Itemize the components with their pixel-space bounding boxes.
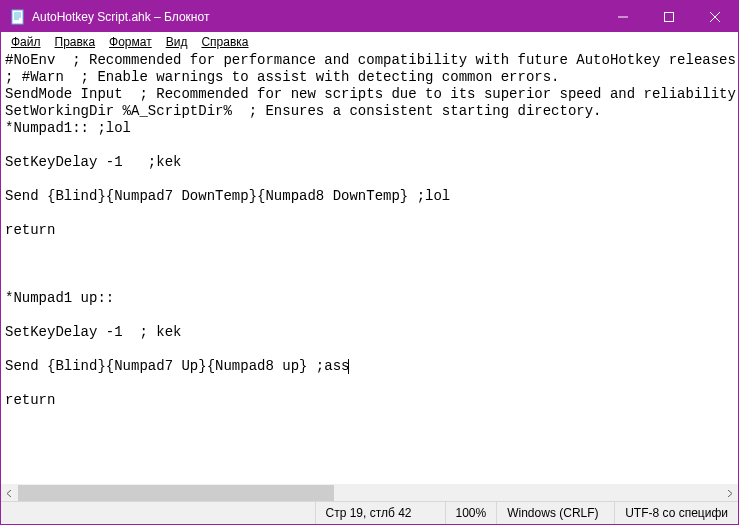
menu-help[interactable]: Справка <box>194 34 255 50</box>
window-controls <box>600 1 738 32</box>
menu-file[interactable]: Файл <box>4 34 48 50</box>
maximize-button[interactable] <box>646 1 692 32</box>
statusbar: Стр 19, стлб 42 100% Windows (CRLF) UTF-… <box>1 501 738 524</box>
status-spacer <box>1 502 316 524</box>
scroll-thumb[interactable] <box>18 485 334 501</box>
status-zoom: 100% <box>446 502 498 524</box>
status-encoding: UTF-8 со специфи <box>615 502 738 524</box>
horizontal-scrollbar[interactable] <box>1 484 738 501</box>
menubar: Файл Правка Формат Вид Справка <box>1 32 738 52</box>
titlebar[interactable]: AutoHotkey Script.ahk – Блокнот <box>1 1 738 32</box>
text-editor[interactable]: #NoEnv ; Recommended for performance and… <box>1 52 738 484</box>
svg-rect-6 <box>665 12 674 21</box>
menu-view[interactable]: Вид <box>159 34 195 50</box>
status-position: Стр 19, стлб 42 <box>316 502 446 524</box>
menu-format[interactable]: Формат <box>102 34 159 50</box>
notepad-window: AutoHotkey Script.ahk – Блокнот Файл Пра… <box>0 0 739 525</box>
scroll-track[interactable] <box>18 485 721 501</box>
window-title: AutoHotkey Script.ahk – Блокнот <box>32 10 600 24</box>
menu-edit[interactable]: Правка <box>48 34 103 50</box>
status-line-ending: Windows (CRLF) <box>497 502 615 524</box>
editor-content[interactable]: #NoEnv ; Recommended for performance and… <box>1 52 738 426</box>
scroll-left-button[interactable] <box>1 485 18 502</box>
close-button[interactable] <box>692 1 738 32</box>
notepad-icon <box>10 9 26 25</box>
scroll-right-button[interactable] <box>721 485 738 502</box>
minimize-button[interactable] <box>600 1 646 32</box>
